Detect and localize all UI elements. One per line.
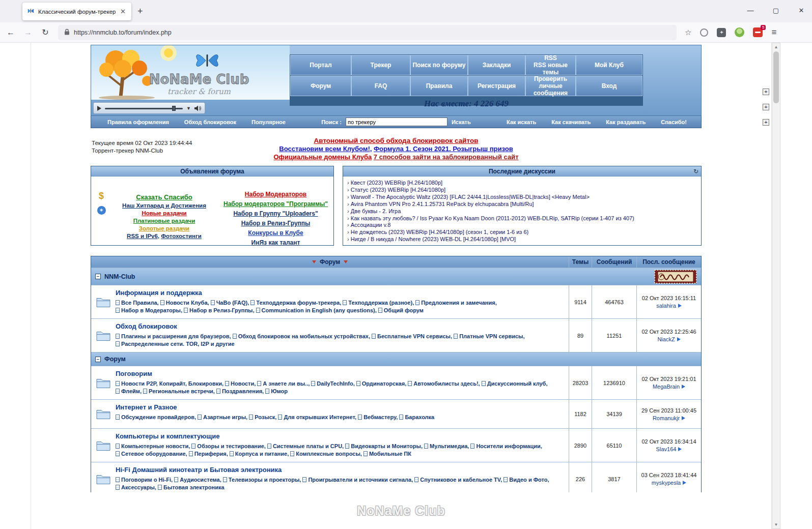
scroll-up-icon[interactable]: ▲ xyxy=(772,43,780,51)
menu-item[interactable]: Поиск по форуму xyxy=(410,55,468,75)
announcement-panel-link[interactable]: Фотохостинги xyxy=(161,233,202,239)
subforum-link[interactable]: Сетевое оборудование xyxy=(116,451,186,457)
window-close-button[interactable]: ✕ xyxy=(798,7,805,14)
forum-link[interactable]: Информация и поддержка xyxy=(116,289,202,297)
subforum-link[interactable]: Вебмастеру xyxy=(358,414,396,420)
menu-item[interactable]: Форум xyxy=(290,76,351,96)
subforum-link[interactable]: Региональные встречи xyxy=(143,388,213,394)
forum-link[interactable]: Интернет и Разное xyxy=(116,403,177,411)
player-slider[interactable] xyxy=(105,106,183,111)
adblock-icon[interactable]: 5 xyxy=(753,27,763,37)
subforum-link[interactable]: Поздравления xyxy=(216,388,262,394)
last-post-user[interactable]: NiackZ xyxy=(657,336,675,342)
announcement-panel-link[interactable]: Золотые раздачи xyxy=(139,225,189,232)
player-dropdown-icon[interactable]: ▼ xyxy=(186,106,191,111)
subforum-link[interactable]: Набор в Релиз-Группы xyxy=(184,307,253,313)
last-post-user[interactable]: myskypesla xyxy=(652,480,681,486)
subforum-link[interactable]: Комплексные вопросы xyxy=(290,451,360,457)
search-button[interactable]: Искать xyxy=(452,119,471,125)
subforum-link[interactable]: Юмор xyxy=(265,388,288,394)
subforum-link[interactable]: Предложения и замечания xyxy=(415,300,495,306)
goto-last-post-icon[interactable] xyxy=(678,447,682,451)
sort-icon[interactable] xyxy=(344,260,348,263)
announcement-panel-link[interactable]: Набор в Группу "Uploaders" xyxy=(233,209,318,219)
subforum-link[interactable]: Все Правила xyxy=(116,300,157,306)
menu-item[interactable]: Регистрация xyxy=(468,76,525,96)
discussion-link[interactable]: Ассоциации v.8 xyxy=(347,222,690,229)
extension-circle-icon[interactable] xyxy=(700,28,708,37)
announcement-panel-link[interactable]: Набор в Релиз-Группы xyxy=(241,219,311,228)
subforum-link[interactable]: Телевизоры и проекторы xyxy=(223,477,299,483)
menu-item[interactable]: FAQ xyxy=(351,76,410,96)
subforum-link[interactable]: DailyTechInfo xyxy=(311,380,353,387)
announcement-panel-link[interactable]: Набор модераторов "Программы" xyxy=(223,199,328,209)
navbar-link[interactable]: Как скачивать xyxy=(551,119,591,125)
discussion-link[interactable]: Статус (2023) WEBRip [H.264/1080p] xyxy=(347,187,690,194)
goto-last-post-icon[interactable] xyxy=(678,304,682,308)
subforum-link[interactable]: Розыск xyxy=(249,414,275,420)
announcement-panel-link[interactable]: Конкурсы в Клубе xyxy=(248,228,303,238)
menu-item[interactable]: RSS RSS новые темы xyxy=(525,55,576,75)
reload-button[interactable]: ↻ xyxy=(41,27,50,37)
menu-item[interactable]: Мой Клуб xyxy=(576,55,642,75)
collapse-icon[interactable]: − xyxy=(95,357,101,362)
discussion-link[interactable]: Квест (2023) WEBRip [H.264/1080p] xyxy=(347,180,690,187)
scrollbar-thumb[interactable] xyxy=(773,51,779,103)
subforum-link[interactable]: Новости Клуба xyxy=(160,300,208,306)
refresh-icon[interactable]: ↻ xyxy=(693,168,698,175)
navbar-link[interactable]: Как искать xyxy=(507,119,536,125)
subforum-link[interactable]: Техподдержка форум-трекера xyxy=(250,300,340,306)
announcement-panel-link[interactable]: Наш Хитпарад и Достижения xyxy=(122,202,206,210)
forward-button[interactable]: → xyxy=(23,28,33,37)
subforum-link[interactable]: Аудиосистема xyxy=(174,477,220,483)
forum-link[interactable]: Hi-Fi Домашний кинотеатр и Бытовая элект… xyxy=(116,466,282,474)
discussion-link[interactable]: Две буквы - 2. Игра xyxy=(347,208,690,215)
subforum-link[interactable]: Аксессуары xyxy=(116,484,155,490)
announcement-link[interactable]: Автономный способ обхода блокировок сайт… xyxy=(314,137,479,144)
new-tab-button[interactable]: + xyxy=(137,6,143,17)
subforum-link[interactable]: Видео и Фото xyxy=(503,477,547,483)
subforum-link[interactable]: Распределенные сети. TOR, I2P и другие xyxy=(116,341,235,347)
url-bar[interactable]: https://nnmclub.to/forum/index.php xyxy=(58,25,677,40)
subforum-link[interactable]: Бесплатные VPN сервисы xyxy=(372,333,451,339)
back-button[interactable]: ← xyxy=(6,28,15,37)
announcement-link[interactable]: 7 способов зайти на заблокированный сайт xyxy=(374,153,519,161)
announcement-panel-link[interactable]: Сказать Спасибо xyxy=(136,193,192,202)
subforum-link[interactable]: Обсуждение провайдеров xyxy=(116,414,194,420)
navbar-link[interactable]: Популярное xyxy=(251,119,286,125)
scroll-down-icon[interactable]: ▼ xyxy=(772,521,780,528)
slider-thumb[interactable] xyxy=(172,106,176,111)
goto-last-post-icon[interactable] xyxy=(682,385,685,389)
menu-item[interactable]: Трекер xyxy=(351,55,410,75)
last-post-user[interactable]: Slav164 xyxy=(656,446,677,452)
volume-icon[interactable] xyxy=(194,105,201,111)
discussion-link[interactable]: Не дождетесь (2023) WEBRip [H.264/1080p]… xyxy=(347,229,690,236)
expand-icon[interactable]: + xyxy=(763,104,769,110)
subforum-link[interactable]: Новости P2P, Копирайт, Блокировки xyxy=(116,380,222,387)
forum-link[interactable]: Обход блокировок xyxy=(116,322,177,330)
announcement-panel-link[interactable]: RSS и IPv6 xyxy=(127,233,158,239)
forum-link[interactable]: Компьютеры и комплектующие xyxy=(116,432,219,440)
goto-last-post-icon[interactable] xyxy=(682,416,685,420)
bookmark-star-icon[interactable]: ☆ xyxy=(685,28,691,37)
subforum-link[interactable]: Спутниковое и кабельное TV xyxy=(414,477,500,483)
discussion-link[interactable]: Warwolf - The Apocalyptic Waltz (2023) [… xyxy=(347,194,690,201)
subforum-link[interactable]: Бытовая электроника xyxy=(158,484,225,490)
subforum-link[interactable]: Автомобилисты здесь! xyxy=(408,380,478,387)
announcement-link[interactable]: Формула 1. Сезон 2021. Розыгрыш призов xyxy=(374,145,513,153)
play-icon[interactable] xyxy=(97,106,101,111)
subforum-link[interactable]: Набор в Модераторы xyxy=(116,307,181,313)
expand-icon[interactable]: + xyxy=(763,89,769,95)
extension-icon[interactable]: ✦ xyxy=(717,28,726,37)
discussion-link[interactable]: Нигде / В никуда / Nowhere (2023) WEB-DL… xyxy=(347,236,690,243)
discussion-link[interactable]: Avira Phantom VPN Pro 2.41.1.25731 RePac… xyxy=(347,201,690,208)
subforum-link[interactable]: Новости xyxy=(225,380,254,387)
window-minimize-button[interactable]: — xyxy=(747,7,754,14)
discussion-link[interactable]: Как назвать эту любовь? / Iss Pyaar Ko K… xyxy=(347,215,690,222)
menu-button[interactable]: ≡ xyxy=(771,27,776,38)
last-post-user[interactable]: Romanukjr xyxy=(653,415,680,421)
expand-icon[interactable]: + xyxy=(763,119,769,126)
subforum-link[interactable]: Обход блокировок на мобильных устройства… xyxy=(233,333,369,339)
tab-close-icon[interactable]: ✕ xyxy=(119,8,127,15)
navbar-link[interactable]: Обход блокировок xyxy=(184,119,236,125)
